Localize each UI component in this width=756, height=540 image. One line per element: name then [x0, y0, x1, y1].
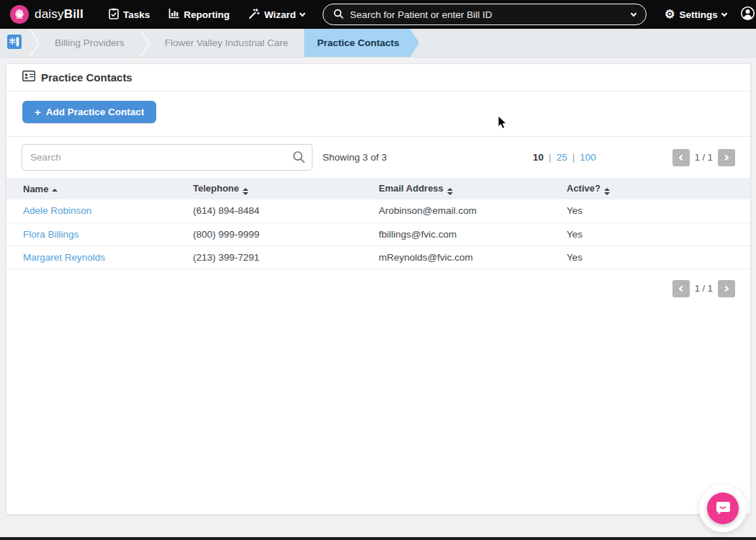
- pagination-bottom-wrap: 1 / 1: [6, 269, 750, 297]
- search-icon: [333, 9, 343, 21]
- chevron-right-icon: [722, 154, 728, 160]
- plus-icon: +: [35, 107, 41, 117]
- page-size-25[interactable]: 25: [557, 152, 567, 163]
- chat-bubble-icon: [714, 499, 732, 518]
- nav-item-label: Wizard: [264, 9, 296, 20]
- table-row: Adele Robinson (614) 894-8484 Arobinson@…: [6, 199, 750, 222]
- add-practice-contact-button[interactable]: + Add Practice Contact: [22, 101, 156, 123]
- nav-item-label: Settings: [679, 9, 717, 20]
- contact-name-link[interactable]: Flora Billings: [23, 229, 78, 240]
- button-row: + Add Practice Contact: [6, 91, 750, 137]
- nav-item-wizard[interactable]: Wizard: [239, 0, 314, 29]
- table-row: Margaret Reynolds (213) 399-7291 mReynol…: [6, 246, 750, 269]
- column-header-name[interactable]: Name: [6, 178, 176, 199]
- sort-both-icon: [604, 188, 610, 195]
- table-toolbar: Showing 3 of 3 10 | 25 | 100 1 / 1: [6, 137, 750, 178]
- add-button-label: Add Practice Contact: [46, 107, 145, 117]
- page-indicator: 1 / 1: [695, 283, 713, 294]
- top-navbar: ❀ daisyBill Tasks Reporting Wizard Searc…: [0, 0, 756, 29]
- contact-telephone: (614) 894-8484: [176, 199, 362, 222]
- pagination-bottom: 1 / 1: [672, 280, 735, 297]
- breadcrumb-item-billing-providers[interactable]: Billing Providers: [40, 29, 139, 57]
- contact-telephone: (213) 399-7291: [176, 246, 362, 269]
- footer-bar: [0, 537, 756, 540]
- contacts-table: Name Telephone Email Address Active? Ade…: [6, 178, 750, 269]
- column-header-email[interactable]: Email Address: [362, 178, 550, 199]
- gear-icon: ⚙: [665, 9, 675, 20]
- page-size-10[interactable]: 10: [533, 152, 544, 163]
- contact-active: Yes: [550, 222, 750, 246]
- clipboard-check-icon: [109, 8, 119, 22]
- breadcrumb-item-active: Practice Contacts: [304, 29, 419, 57]
- contact-name-link[interactable]: Margaret Reynolds: [23, 252, 105, 263]
- page-title: Practice Contacts: [41, 71, 132, 84]
- user-menu[interactable]: [736, 6, 756, 24]
- column-header-telephone[interactable]: Telephone: [176, 178, 362, 199]
- practice-contacts-card: Practice Contacts + Add Practice Contact…: [6, 63, 751, 515]
- showing-count: Showing 3 of 3: [323, 152, 387, 163]
- table-search: [22, 144, 312, 171]
- page-size-100[interactable]: 100: [580, 152, 596, 163]
- contact-email: fbillings@fvic.com: [362, 222, 550, 246]
- nav-item-label: Tasks: [123, 9, 150, 20]
- contact-email: mReynolds@fvic.com: [362, 246, 550, 269]
- breadcrumb: Billing Providers Flower Valley Industri…: [0, 29, 756, 58]
- chevron-down-icon: [721, 10, 726, 16]
- contact-name-link[interactable]: Adele Robinson: [23, 205, 91, 216]
- contact-card-icon: [22, 71, 35, 84]
- previous-page-button[interactable]: [672, 149, 690, 166]
- page-size-separator: |: [549, 152, 552, 163]
- nav-item-label: Reporting: [184, 9, 230, 20]
- sort-both-icon: [447, 188, 453, 195]
- contact-telephone: (800) 999-9999: [176, 222, 362, 246]
- chevron-left-icon: [679, 154, 685, 160]
- previous-page-button[interactable]: [672, 280, 690, 297]
- magic-wand-icon: [248, 8, 260, 22]
- user-account-icon: [740, 6, 755, 24]
- next-page-button[interactable]: [718, 149, 735, 166]
- contact-active: Yes: [550, 199, 750, 222]
- contact-email: Arobinson@email.com: [362, 199, 550, 222]
- table-header-row: Name Telephone Email Address Active?: [6, 178, 750, 199]
- next-page-button[interactable]: [718, 280, 735, 297]
- chevron-right-icon: [722, 285, 728, 291]
- table-search-input[interactable]: [22, 144, 312, 171]
- page-size-selector: 10 | 25 | 100: [533, 152, 596, 163]
- contact-active: Yes: [550, 246, 750, 269]
- pagination-top: 1 / 1: [672, 149, 735, 166]
- bar-chart-icon: [168, 8, 179, 21]
- page-indicator: 1 / 1: [695, 152, 713, 163]
- breadcrumb-home[interactable]: [0, 29, 29, 57]
- nav-item-tasks[interactable]: Tasks: [99, 0, 159, 29]
- table-row: Flora Billings (800) 999-9999 fbillings@…: [6, 222, 750, 246]
- search-icon: [292, 150, 305, 163]
- brand-name: daisyBill: [35, 7, 84, 22]
- page-size-separator: |: [572, 152, 575, 163]
- breadcrumb-separator: [29, 29, 40, 58]
- chat-launcher-button[interactable]: [707, 492, 739, 524]
- nav-item-reporting[interactable]: Reporting: [159, 0, 239, 29]
- sort-both-icon: [243, 188, 248, 195]
- chevron-left-icon: [679, 285, 685, 291]
- daisy-flower-icon: ❀: [10, 5, 29, 24]
- breadcrumb-separator: [139, 29, 150, 58]
- chevron-down-icon: [300, 10, 305, 16]
- breadcrumb-item-billing-provider-name[interactable]: Flower Valley Industrial Care: [150, 29, 303, 57]
- global-search-input[interactable]: Search for Patient or enter Bill ID: [323, 4, 647, 25]
- column-header-active[interactable]: Active?: [550, 178, 750, 199]
- brand-logo[interactable]: ❀ daisyBill: [10, 5, 84, 24]
- global-search-placeholder: Search for Patient or enter Bill ID: [350, 9, 625, 20]
- sort-asc-icon: [52, 189, 58, 192]
- card-title-row: Practice Contacts: [6, 64, 750, 91]
- app-navigate-icon: [7, 35, 22, 52]
- nav-item-settings[interactable]: ⚙ Settings: [655, 0, 736, 29]
- chevron-down-icon: [631, 10, 636, 16]
